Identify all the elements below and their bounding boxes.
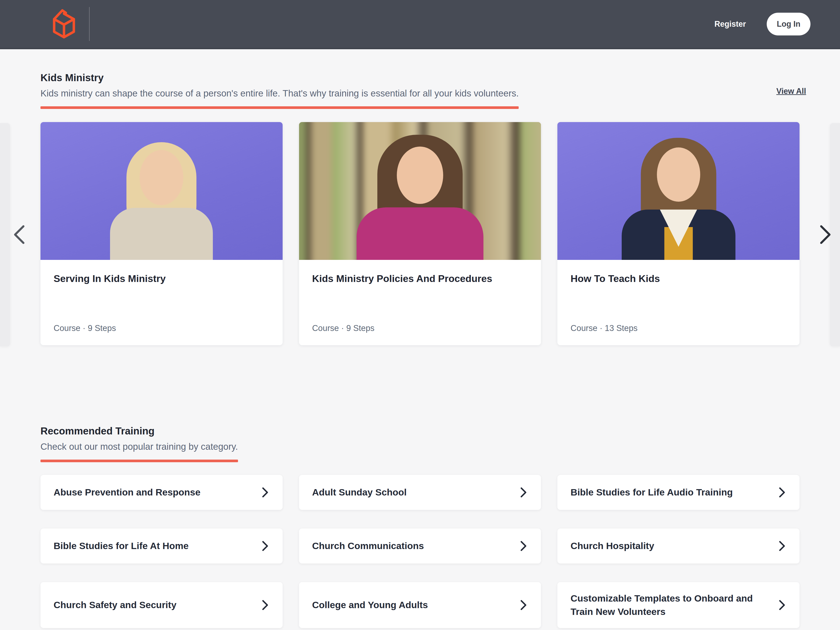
chevron-right-icon <box>261 599 270 611</box>
course-meta: Course · 13 Steps <box>570 324 638 333</box>
view-all-link[interactable]: View All <box>776 87 806 96</box>
section-title: Kids Ministry <box>41 72 519 84</box>
category-grid: Abuse Prevention and Response Adult Sund… <box>41 475 799 628</box>
category-label: Adult Sunday School <box>312 486 413 499</box>
category-card[interactable]: Church Safety and Security <box>41 582 283 628</box>
category-label: Church Hospitality <box>570 539 661 553</box>
header-divider <box>89 7 90 41</box>
section-title: Recommended Training <box>41 425 238 437</box>
brand-logo[interactable] <box>50 0 77 48</box>
course-title: How To Teach Kids <box>570 273 786 285</box>
login-button[interactable]: Log In <box>767 13 810 35</box>
category-card[interactable]: College and Young Adults <box>299 582 541 628</box>
category-card[interactable]: Bible Studies for Life At Home <box>41 529 283 564</box>
kids-ministry-section-header: Kids Ministry Kids ministry can shape th… <box>41 72 799 109</box>
course-meta: Course · 9 Steps <box>312 324 374 333</box>
course-card[interactable]: How To Teach Kids Course · 13 Steps <box>557 122 799 345</box>
category-label: Abuse Prevention and Response <box>54 486 207 499</box>
chevron-right-icon <box>261 487 270 498</box>
header-bar: Register Log In <box>0 0 840 49</box>
section-subtitle: Kids ministry can shape the course of a … <box>41 87 519 100</box>
chevron-right-icon <box>519 487 528 498</box>
accent-underline <box>41 106 519 109</box>
course-card[interactable]: Serving In Kids Ministry Course · 9 Step… <box>41 122 283 345</box>
section-subtitle: Check out our most popular training by c… <box>41 441 238 453</box>
category-card[interactable]: Abuse Prevention and Response <box>41 475 283 510</box>
category-card[interactable]: Adult Sunday School <box>299 475 541 510</box>
category-label: Church Safety and Security <box>54 598 183 612</box>
category-card[interactable]: Church Hospitality <box>557 529 799 564</box>
presenter-illustration <box>557 122 799 260</box>
register-link[interactable]: Register <box>714 19 746 28</box>
chevron-right-icon <box>519 599 528 611</box>
category-card[interactable]: Church Communications <box>299 529 541 564</box>
course-title: Serving In Kids Ministry <box>54 273 270 285</box>
category-label: Customizable Templates to Onboard and Tr… <box>570 592 778 618</box>
course-meta: Course · 9 Steps <box>54 324 116 333</box>
chevron-left-icon <box>12 224 27 245</box>
course-thumbnail <box>299 122 541 260</box>
course-card[interactable]: Kids Ministry Policies And Procedures Co… <box>299 122 541 345</box>
accent-underline <box>41 459 238 462</box>
category-label: Bible Studies for Life At Home <box>54 539 195 553</box>
chevron-right-icon <box>778 599 786 611</box>
chevron-right-icon <box>778 487 786 498</box>
chevron-right-icon <box>261 540 270 552</box>
chevron-right-icon <box>778 540 786 552</box>
chevron-right-icon <box>519 540 528 552</box>
presenter-illustration <box>299 122 541 260</box>
course-title: Kids Ministry Policies And Procedures <box>312 273 528 285</box>
course-carousel: Serving In Kids Ministry Course · 9 Step… <box>41 122 799 345</box>
recommended-section-header: Recommended Training Check out our most … <box>41 425 799 462</box>
category-card[interactable]: Bible Studies for Life Audio Training <box>557 475 799 510</box>
course-thumbnail <box>557 122 799 260</box>
presenter-illustration <box>41 122 283 260</box>
category-card[interactable]: Customizable Templates to Onboard and Tr… <box>557 582 799 628</box>
category-label: Bible Studies for Life Audio Training <box>570 486 739 499</box>
category-label: Church Communications <box>312 539 431 553</box>
chevron-right-icon <box>818 224 833 245</box>
box-logo-icon <box>50 8 77 41</box>
carousel-prev-button[interactable] <box>6 222 32 247</box>
category-label: College and Young Adults <box>312 598 435 612</box>
course-thumbnail <box>41 122 283 260</box>
carousel-next-button[interactable] <box>813 222 838 247</box>
